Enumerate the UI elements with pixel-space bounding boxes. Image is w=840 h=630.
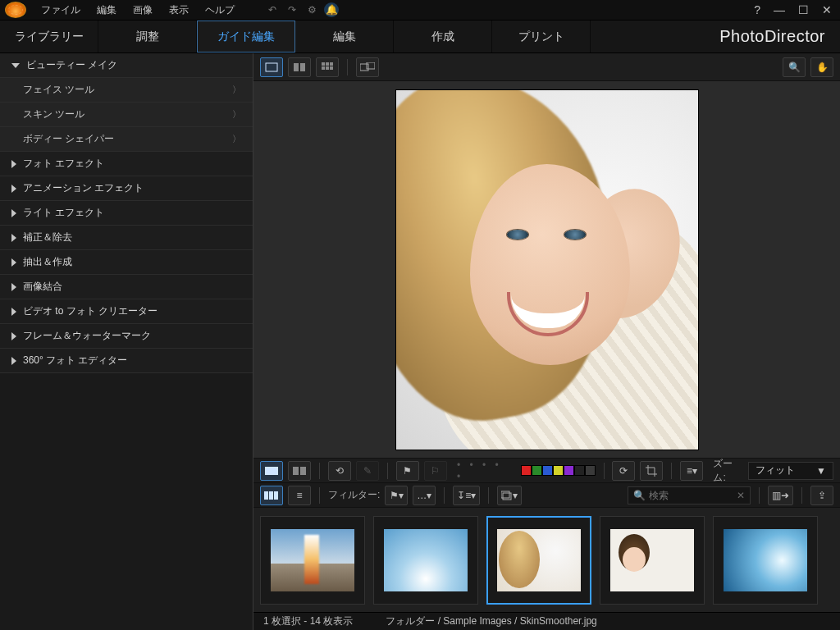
- zoom-label: ズーム:: [713, 457, 743, 485]
- crop-icon[interactable]: [640, 461, 663, 481]
- color-labels[interactable]: [521, 465, 596, 476]
- group-extract-create[interactable]: 抽出＆作成: [0, 250, 253, 275]
- thumbsize-large-icon[interactable]: [260, 486, 283, 505]
- bell-icon[interactable]: 🔔: [324, 2, 339, 17]
- svg-rect-3: [322, 62, 325, 66]
- filter-more-icon[interactable]: …▾: [413, 486, 436, 505]
- svg-rect-0: [266, 63, 277, 71]
- viewmode-compare-icon[interactable]: [288, 57, 311, 77]
- preview-canvas[interactable]: [253, 81, 840, 458]
- clear-search-icon[interactable]: ✕: [737, 490, 745, 501]
- tab-guided[interactable]: ガイド編集: [197, 21, 295, 52]
- filter-sort-icon[interactable]: ↧≡▾: [453, 486, 480, 505]
- svg-rect-6: [322, 66, 325, 70]
- color-label-swatch[interactable]: [542, 465, 553, 476]
- menu-view[interactable]: 表示: [161, 1, 197, 20]
- svg-rect-7: [326, 66, 329, 70]
- group-photo-effect[interactable]: フォト エフェクト: [0, 152, 253, 176]
- svg-rect-16: [274, 491, 278, 500]
- svg-rect-5: [330, 62, 333, 66]
- help-icon[interactable]: ?: [751, 3, 764, 16]
- group-light-effect[interactable]: ライト エフェクト: [0, 201, 253, 226]
- undo-icon[interactable]: ↶: [265, 2, 280, 17]
- filter-flag-icon[interactable]: ⚑▾: [385, 486, 408, 505]
- gear-icon[interactable]: ⚙: [304, 2, 319, 17]
- guided-sidebar: ビューティー メイク フェイス ツール〉 スキン ツール〉 ボディー シェイパー…: [0, 53, 253, 630]
- viewmode-single-icon[interactable]: [260, 57, 283, 77]
- tab-edit[interactable]: 編集: [295, 21, 394, 52]
- color-label-swatch[interactable]: [532, 465, 542, 476]
- menu-image[interactable]: 画像: [125, 1, 161, 20]
- stack-icon[interactable]: ▾: [497, 486, 522, 505]
- group-video-to-photo[interactable]: ビデオ to フォト クリエーター: [0, 299, 253, 324]
- tab-library[interactable]: ライブラリー: [0, 21, 98, 52]
- svg-rect-1: [294, 63, 299, 71]
- zoom-select[interactable]: フィット▼: [748, 462, 833, 480]
- redo-icon[interactable]: ↷: [285, 2, 299, 17]
- group-animation-effect[interactable]: アニメーション エフェクト: [0, 176, 253, 201]
- group-360-editor[interactable]: 360° フォト エディター: [0, 349, 253, 373]
- rotate-cw-icon[interactable]: ⟳: [612, 461, 635, 481]
- group-beauty[interactable]: ビューティー メイク: [0, 53, 253, 78]
- svg-rect-12: [293, 467, 299, 475]
- color-label-swatch[interactable]: [564, 465, 574, 476]
- thumb-1[interactable]: [260, 516, 365, 605]
- color-label-swatch[interactable]: [553, 465, 564, 476]
- search-input[interactable]: 🔍 ✕: [628, 486, 751, 504]
- flag-off-icon[interactable]: ⚐: [424, 461, 447, 481]
- close-icon[interactable]: ✕: [819, 3, 835, 16]
- secondary-monitor-icon[interactable]: [356, 57, 379, 77]
- tab-print[interactable]: プリント: [492, 21, 591, 52]
- pan-tool-icon[interactable]: ✋: [810, 57, 833, 77]
- sub-body-shaper[interactable]: ボディー シェイパー〉: [0, 127, 253, 152]
- preview-image: [395, 89, 699, 450]
- group-frame-watermark[interactable]: フレーム＆ウォーターマーク: [0, 324, 253, 349]
- strip-split-icon[interactable]: [288, 461, 311, 481]
- color-label-swatch[interactable]: [521, 465, 532, 476]
- thumbsize-list-icon[interactable]: ≡: [288, 486, 311, 505]
- export-icon[interactable]: ▥➜: [768, 486, 793, 505]
- strip-full-icon[interactable]: [260, 461, 283, 481]
- menu-file[interactable]: ファイル: [33, 1, 89, 20]
- search-icon: 🔍: [633, 490, 646, 501]
- sort-icon[interactable]: ≡▾: [680, 461, 703, 481]
- svg-rect-13: [300, 467, 306, 475]
- rating-dots[interactable]: • • • • •: [457, 459, 511, 482]
- brush-icon: ✎: [356, 461, 379, 481]
- chevron-right-icon: 〉: [232, 133, 241, 145]
- svg-rect-11: [265, 467, 278, 475]
- viewmode-grid-icon[interactable]: [316, 57, 339, 77]
- color-label-swatch[interactable]: [574, 465, 585, 476]
- flag-icon[interactable]: ⚑: [396, 461, 419, 481]
- filmstrip[interactable]: [253, 507, 840, 612]
- maximize-icon[interactable]: ☐: [795, 3, 812, 16]
- minimize-icon[interactable]: ―: [770, 3, 788, 16]
- menu-edit[interactable]: 編集: [89, 1, 125, 20]
- thumb-5[interactable]: [713, 516, 818, 605]
- status-path: フォルダー / Sample Images / SkinSmoother.jpg: [386, 614, 596, 628]
- thumb-3-selected[interactable]: [486, 516, 591, 605]
- svg-rect-15: [269, 491, 273, 500]
- thumb-2[interactable]: [373, 516, 478, 605]
- group-merge[interactable]: 画像結合: [0, 275, 253, 299]
- group-fix-remove[interactable]: 補正＆除去: [0, 226, 253, 250]
- filter-label: フィルター:: [328, 488, 380, 502]
- tab-create[interactable]: 作成: [394, 21, 492, 52]
- chevron-right-icon: 〉: [232, 84, 241, 96]
- chevron-right-icon: 〉: [232, 108, 241, 121]
- svg-rect-2: [300, 63, 305, 71]
- color-label-swatch[interactable]: [585, 465, 596, 476]
- sub-skin-tool[interactable]: スキン ツール〉: [0, 103, 253, 127]
- share-icon[interactable]: ⇪: [810, 486, 833, 505]
- sub-face-tool[interactable]: フェイス ツール〉: [0, 78, 253, 103]
- thumb-4[interactable]: [600, 516, 705, 605]
- rotate-ccw-icon[interactable]: ⟲: [328, 461, 351, 481]
- svg-rect-4: [326, 62, 329, 66]
- menu-help[interactable]: ヘルプ: [197, 1, 243, 20]
- app-logo: [5, 2, 26, 18]
- tab-adjust[interactable]: 調整: [98, 21, 197, 52]
- zoom-tool-icon[interactable]: 🔍: [783, 57, 806, 77]
- chevron-down-icon: ▼: [816, 465, 826, 477]
- svg-rect-14: [264, 491, 268, 500]
- status-selection: 1 枚選択 - 14 枚表示: [263, 614, 353, 628]
